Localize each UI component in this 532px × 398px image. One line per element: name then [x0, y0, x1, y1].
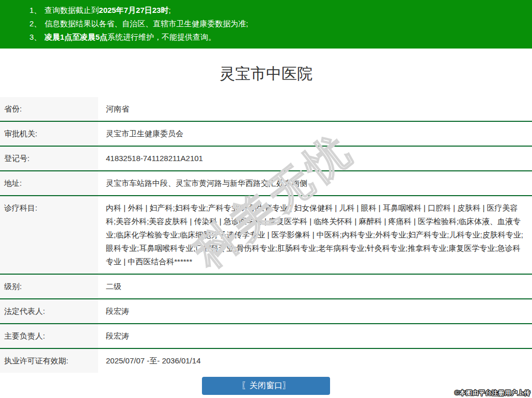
table-row: 主要负责人: 段宏涛 — [0, 323, 532, 348]
table-row: 诊疗科目: 内科 | 外科 | 妇产科;妇科专业;产科专业;计划生育专业 | 妇… — [0, 195, 532, 274]
notice-text-bold: 凌晨1点至凌晨5点 — [44, 33, 107, 41]
notice-text: 系统进行维护，不能提供查询。 — [107, 33, 216, 41]
table-row: 法定代表人: 段宏涛 — [0, 298, 532, 323]
notice-bar: 1、查询数据截止到2025年7月27日23时; 2、信息数据结果以各省、自治区、… — [0, 0, 532, 49]
table-row: 地址: 灵宝市车站路中段、灵宝市黄河路与新华西路交汇处东南侧 — [0, 170, 532, 195]
notice-text: 信息数据结果以各省、自治区、直辖市卫生健康委数据为准; — [44, 19, 248, 28]
notice-text-bold: 2025年7月27日23时 — [99, 6, 168, 14]
table-row: 审批机关: 灵宝市卫生健康委员会 — [0, 121, 532, 146]
notice-item: 3、凌晨1点至凌晨5点系统进行维护，不能提供查询。 — [29, 30, 527, 44]
field-label: 执业许可证有效期: — [0, 349, 98, 373]
field-label: 级别: — [0, 275, 98, 298]
close-window-button[interactable]: 〖关闭窗口〗 — [202, 377, 330, 395]
field-label: 法定代表人: — [0, 299, 98, 323]
field-value: 灵宝市卫生健康委员会 — [98, 122, 532, 146]
field-value: 段宏涛 — [98, 299, 532, 323]
table-row: 登记号: 41832518-741128211A2101 — [0, 146, 532, 170]
field-label: 登记号: — [0, 147, 98, 170]
hospital-info-table: 省份: 河南省 审批机关: 灵宝市卫生健康委员会 登记号: 41832518-7… — [0, 97, 532, 373]
field-label: 审批机关: — [0, 122, 98, 146]
field-value: 灵宝市车站路中段、灵宝市黄河路与新华西路交汇处东南侧 — [98, 171, 532, 195]
field-label: 省份: — [0, 97, 98, 121]
notice-number: 2、 — [29, 19, 41, 28]
field-value: 2025/07/07 -至- 2036/01/14 — [98, 349, 532, 373]
notice-text: 查询数据截止到 — [44, 6, 99, 14]
table-row: 省份: 河南省 — [0, 97, 532, 121]
field-label: 诊疗科目: — [0, 196, 98, 274]
table-row: 级别: 二级 — [0, 274, 532, 298]
field-value: 内科 | 外科 | 妇产科;妇科专业;产科专业;计划生育专业 | 妇女保健科 |… — [98, 196, 532, 274]
button-row: 〖关闭窗口〗 — [0, 373, 532, 395]
field-value: 段宏涛 — [98, 324, 532, 348]
photo-credit-watermark: ©本图由平台注册用户上传 — [455, 389, 530, 397]
field-value: 二级 — [98, 275, 532, 298]
notice-number: 1、 — [29, 6, 41, 14]
field-value: 41832518-741128211A2101 — [98, 147, 532, 170]
notice-item: 2、信息数据结果以各省、自治区、直辖市卫生健康委数据为准; — [29, 17, 527, 30]
notice-item: 1、查询数据截止到2025年7月27日23时; — [29, 4, 527, 17]
field-value: 河南省 — [98, 97, 532, 121]
field-label: 主要负责人: — [0, 324, 98, 348]
page-title: 灵宝市中医院 — [0, 62, 532, 85]
table-row: 执业许可证有效期: 2025/07/07 -至- 2036/01/14 — [0, 348, 532, 373]
field-label: 地址: — [0, 171, 98, 195]
notice-number: 3、 — [29, 33, 41, 41]
notice-text: ; — [168, 6, 170, 14]
